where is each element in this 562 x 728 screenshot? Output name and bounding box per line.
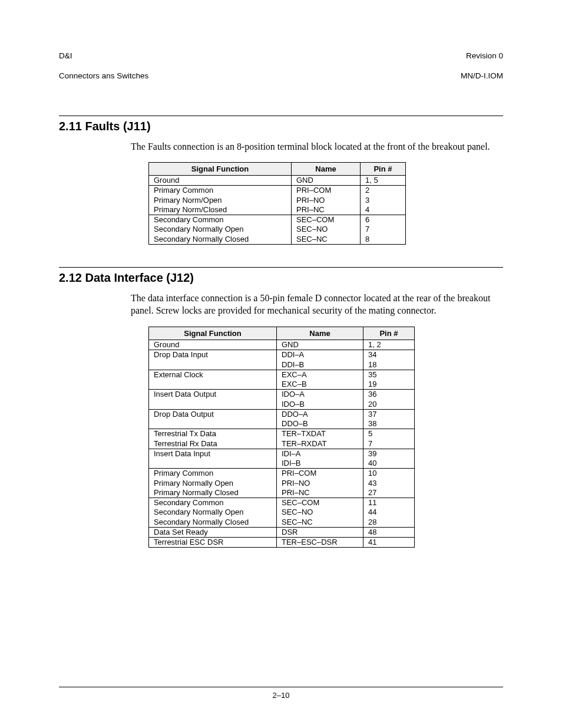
table-cell-pin: 36 bbox=[363, 390, 415, 400]
table-cell-name: IDO–A bbox=[277, 390, 363, 400]
table-cell-func bbox=[149, 400, 277, 410]
table-cell-pin: 8 bbox=[361, 235, 406, 245]
page-footer: 2–10 bbox=[59, 687, 503, 700]
table-cell-func bbox=[149, 419, 277, 429]
table-row: Secondary Normally OpenSEC–NO7 bbox=[149, 225, 406, 234]
table-cell-pin: 37 bbox=[363, 409, 415, 419]
table-cell-func: Primary Normally Open bbox=[149, 479, 277, 488]
header-left-line1: D&I bbox=[59, 51, 72, 60]
table-cell-name: SEC–NC bbox=[292, 235, 361, 245]
table-row: Insert Data OutputIDO–A36 bbox=[149, 390, 415, 400]
table-row: IDO–B20 bbox=[149, 400, 415, 410]
table-cell-name: IDI–A bbox=[277, 449, 363, 459]
table-cell-func: Insert Data Input bbox=[149, 449, 277, 459]
table-cell-name: EXC–B bbox=[277, 380, 363, 390]
table-cell-name: DDO–B bbox=[277, 419, 363, 429]
table-cell-pin: 28 bbox=[363, 518, 415, 528]
table-cell-func: Terrestrial Tx Data bbox=[149, 429, 277, 439]
table-cell-pin: 7 bbox=[363, 439, 415, 449]
table-cell-name: IDI–B bbox=[277, 459, 363, 469]
table-row: Secondary Normally ClosedSEC–NC8 bbox=[149, 235, 406, 245]
header-right-line2: MN/D-I.IOM bbox=[461, 71, 503, 80]
table-row: Terrestrial Tx DataTER–TXDAT5 bbox=[149, 429, 415, 439]
table-row: Drop Data OutputDDO–A37 bbox=[149, 409, 415, 419]
table-cell-pin: 39 bbox=[363, 449, 415, 459]
table-header-name: Name bbox=[277, 327, 363, 340]
table-row: Secondary Normally OpenSEC–NO44 bbox=[149, 508, 415, 517]
table-row: GroundGND1, 5 bbox=[149, 176, 406, 186]
running-header: D&I Connectors ans Switches Revision 0 M… bbox=[59, 41, 503, 81]
table-cell-pin: 20 bbox=[363, 400, 415, 410]
table-cell-pin: 34 bbox=[363, 350, 415, 360]
table-cell-func: Data Set Ready bbox=[149, 527, 277, 537]
table-cell-pin: 35 bbox=[363, 370, 415, 380]
section-212-paragraph: The data interface connection is a 50-pi… bbox=[131, 292, 496, 317]
table-cell-name: IDO–B bbox=[277, 400, 363, 410]
table-row: Primary Normally OpenPRI–NO43 bbox=[149, 479, 415, 488]
data-interface-table-body: GroundGND1, 2Drop Data InputDDI–A34DDI–B… bbox=[149, 340, 415, 548]
table-row: Secondary CommonSEC–COM11 bbox=[149, 498, 415, 508]
table-cell-func: External Clock bbox=[149, 370, 277, 380]
data-interface-table: Signal Function Name Pin # GroundGND1, 2… bbox=[148, 327, 415, 548]
table-cell-pin: 44 bbox=[363, 508, 415, 517]
table-cell-name: TER–ESC–DSR bbox=[277, 538, 363, 548]
table-cell-func: Ground bbox=[149, 176, 292, 186]
table-cell-name: SEC–NO bbox=[277, 508, 363, 517]
table-cell-name: SEC–NO bbox=[292, 225, 361, 234]
table-cell-func: Secondary Normally Open bbox=[149, 225, 292, 234]
table-row: Primary CommonPRI–COM10 bbox=[149, 469, 415, 479]
table-row: Primary Norm/ClosedPRI–NC4 bbox=[149, 205, 406, 215]
table-row: External ClockEXC–A35 bbox=[149, 370, 415, 380]
table-cell-name: PRI–NC bbox=[277, 488, 363, 498]
table-cell-func: Secondary Common bbox=[149, 215, 292, 225]
table-cell-name: TER–RXDAT bbox=[277, 439, 363, 449]
table-cell-func: Secondary Normally Closed bbox=[149, 235, 292, 245]
table-cell-func: Terrestrial Rx Data bbox=[149, 439, 277, 449]
section-rule bbox=[59, 116, 503, 116]
table-cell-name: PRI–NO bbox=[277, 479, 363, 488]
header-left-line2: Connectors ans Switches bbox=[59, 71, 148, 80]
table-cell-pin: 48 bbox=[363, 527, 415, 537]
table-row: Secondary Normally ClosedSEC–NC28 bbox=[149, 518, 415, 528]
table-cell-func: Ground bbox=[149, 340, 277, 350]
table-cell-pin: 5 bbox=[363, 429, 415, 439]
table-cell-name: DDO–A bbox=[277, 409, 363, 419]
table-cell-name: PRI–NC bbox=[292, 205, 361, 215]
table-cell-name: GND bbox=[277, 340, 363, 350]
table-row: Primary Norm/OpenPRI–NO3 bbox=[149, 196, 406, 205]
table-row: DDO–B38 bbox=[149, 419, 415, 429]
table-cell-pin: 3 bbox=[361, 196, 406, 205]
table-cell-name: GND bbox=[292, 176, 361, 186]
table-cell-func bbox=[149, 459, 277, 469]
section-heading-212: 2.12 Data Interface (J12) bbox=[59, 271, 503, 285]
table-cell-pin: 1, 2 bbox=[363, 340, 415, 350]
table-row: Data Set ReadyDSR48 bbox=[149, 527, 415, 537]
table-cell-pin: 40 bbox=[363, 459, 415, 469]
table-cell-func: Primary Normally Closed bbox=[149, 488, 277, 498]
header-left: D&I Connectors ans Switches bbox=[59, 41, 148, 81]
table-cell-func: Primary Norm/Closed bbox=[149, 205, 292, 215]
table-header-func: Signal Function bbox=[149, 327, 277, 340]
table-cell-pin: 19 bbox=[363, 380, 415, 390]
table-header-func: Signal Function bbox=[149, 163, 292, 176]
table-cell-func: Primary Norm/Open bbox=[149, 196, 292, 205]
table-row: Primary CommonPRI–COM2 bbox=[149, 186, 406, 196]
table-cell-pin: 11 bbox=[363, 498, 415, 508]
table-cell-name: DDI–B bbox=[277, 360, 363, 370]
table-row: GroundGND1, 2 bbox=[149, 340, 415, 350]
table-row: Terrestrial Rx DataTER–RXDAT7 bbox=[149, 439, 415, 449]
table-header-pin: Pin # bbox=[361, 163, 406, 176]
table-header-name: Name bbox=[292, 163, 361, 176]
page-number: 2–10 bbox=[59, 687, 503, 700]
faults-table: Signal Function Name Pin # GroundGND1, 5… bbox=[148, 162, 406, 245]
table-header-pin: Pin # bbox=[363, 327, 415, 340]
faults-table-body: GroundGND1, 5Primary CommonPRI–COM2Prima… bbox=[149, 176, 406, 245]
table-cell-pin: 43 bbox=[363, 479, 415, 488]
table-row: Secondary CommonSEC–COM6 bbox=[149, 215, 406, 225]
table-cell-func bbox=[149, 360, 277, 370]
table-row: Insert Data InputIDI–A39 bbox=[149, 449, 415, 459]
section-heading-211: 2.11 Faults (J11) bbox=[59, 120, 503, 133]
header-right: Revision 0 MN/D-I.IOM bbox=[461, 41, 503, 81]
table-row: EXC–B19 bbox=[149, 380, 415, 390]
table-row: IDI–B40 bbox=[149, 459, 415, 469]
